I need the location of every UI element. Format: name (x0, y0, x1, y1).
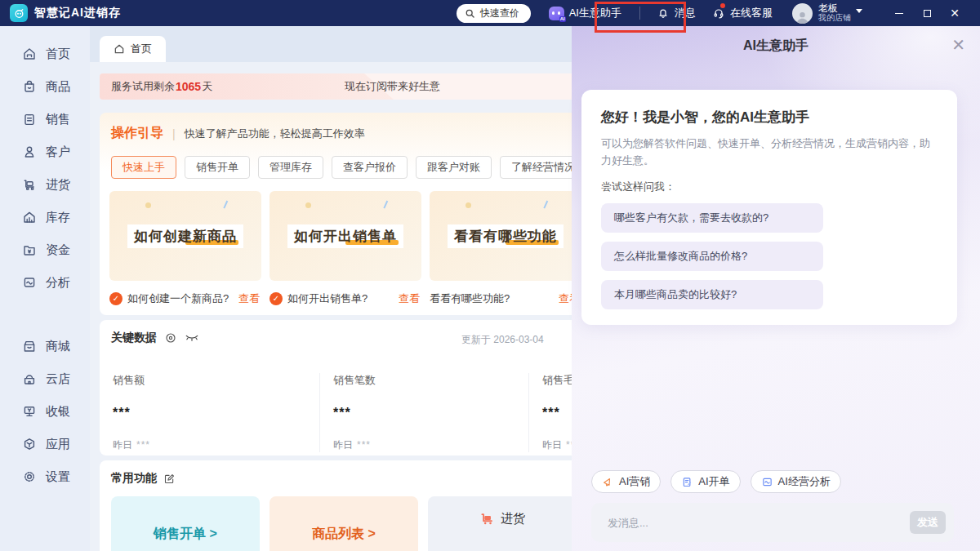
bell-icon (657, 7, 670, 20)
tab-home[interactable]: 首页 (100, 36, 166, 62)
ai-assistant-button[interactable]: AI AI生意助手 (549, 6, 621, 20)
send-button[interactable]: 发送 (910, 511, 946, 534)
task-view-link[interactable]: 查看 (399, 291, 421, 306)
ai-panel-title: AI生意助手 (743, 38, 808, 55)
stat-sales-count: 销售笔数 *** 昨日*** (320, 373, 529, 452)
subscribe-promo-link[interactable]: 现在订阅带来好生意 (345, 73, 440, 100)
ai-analysis-chip[interactable]: AI经营分析 (751, 470, 841, 493)
stat-yesterday: 昨日*** (333, 438, 528, 452)
minimize-icon (895, 13, 903, 14)
video-slogan: 如何创建新商品 (134, 229, 237, 244)
sidebar-item-cashier[interactable]: 收银 (0, 395, 90, 428)
close-icon: ✕ (950, 7, 960, 19)
check-icon: ✓ (109, 292, 122, 305)
target-icon[interactable] (164, 331, 177, 344)
ai-suggestion-batch-price[interactable]: 怎么样批量修改商品的价格? (601, 242, 823, 271)
ai-billing-chip[interactable]: AI开单 (670, 470, 740, 493)
sidebar-item-goods[interactable]: 商品 (0, 70, 90, 103)
notification-dot (720, 3, 725, 8)
sidebar-label: 设置 (46, 469, 70, 485)
quick-price-search[interactable]: 快速查价 (457, 4, 531, 23)
task-text: 如何创建一个新商品? (127, 291, 229, 306)
sales-icon (22, 112, 37, 127)
titlebar: 智慧记AI进销存 快速查价 AI AI生意助手 消息 (0, 0, 980, 26)
guide-tab-sales-order[interactable]: 销售开单 (185, 156, 250, 179)
stat-yesterday: 昨日*** (113, 438, 319, 452)
maximize-icon (924, 10, 931, 17)
sidebar-item-sales[interactable]: 销售 (0, 103, 90, 136)
ai-message-input[interactable] (608, 503, 877, 542)
sidebar-item-apps[interactable]: 应用 (0, 428, 90, 460)
sidebar-label: 收银 (46, 404, 70, 420)
support-label: 在线客服 (730, 6, 773, 20)
sidebar-item-purchase[interactable]: 进货 (0, 168, 90, 201)
guide-title: 操作引导 (111, 125, 163, 142)
task-text: 如何开出销售单? (287, 291, 368, 306)
maximize-button[interactable] (913, 0, 941, 26)
ai-marketing-chip[interactable]: AI营销 (591, 470, 661, 493)
task-text: 看看有哪些功能? (430, 291, 510, 306)
guide-tab-customer-reconcile[interactable]: 跟客户对账 (416, 156, 492, 179)
stat-label: 销售笔数 (333, 373, 528, 388)
sidebar-item-customers[interactable]: 客户 (0, 136, 90, 168)
guide-tab-customer-quote[interactable]: 查客户报价 (332, 156, 408, 179)
trial-days: 1065 (175, 80, 202, 93)
customer-icon (22, 144, 37, 159)
ai-panel-close-icon[interactable]: ✕ (951, 37, 965, 53)
ai-robot-icon: AI (549, 7, 564, 20)
sidebar-label: 资金 (46, 242, 70, 258)
ai-message-input-bar: 发送 (591, 503, 954, 542)
guide-tab-quick-start[interactable]: 快速上手 (111, 156, 176, 179)
close-window-button[interactable]: ✕ (941, 0, 969, 26)
messages-button[interactable]: 消息 (657, 6, 696, 20)
guide-video-features[interactable]: 看看有哪些功能 (430, 191, 581, 281)
quick-action-product-list[interactable]: 商品列表 > (270, 496, 418, 551)
sidebar: 首页 商品 销售 客户 进货 库存 资金 分析 (0, 26, 90, 551)
sidebar-label: 客户 (46, 144, 70, 160)
sidebar-label: 销售 (46, 112, 70, 127)
edit-icon[interactable] (163, 473, 176, 485)
sidebar-label: 商城 (46, 339, 70, 354)
chart-icon (761, 476, 773, 488)
guide-subtitle: 快速了解产品功能，轻松提高工作效率 (185, 127, 365, 141)
sidebar-label: 云店 (46, 371, 70, 387)
task-view-link[interactable]: 查看 (238, 291, 261, 306)
guide-task: ✓ 如何创建一个新商品? 查看 (109, 291, 261, 306)
sidebar-label: 进货 (46, 177, 70, 193)
guide-video-create-sales-order[interactable]: 如何开出销售单 (270, 191, 421, 281)
video-slogan: 看看有哪些功能 (454, 229, 557, 244)
guide-tab-manage-inventory[interactable]: 管理库存 (258, 156, 323, 179)
analysis-icon (22, 275, 37, 290)
user-menu[interactable]: 老板 我的店铺 (792, 3, 862, 24)
sidebar-item-settings[interactable]: 设置 (0, 460, 90, 493)
sidebar-label: 库存 (46, 210, 70, 225)
eye-closed-icon[interactable] (185, 332, 199, 344)
quick-action-purchase[interactable]: 进货 (428, 496, 577, 551)
titlebar-actions: 快速查价 AI AI生意助手 消息 (457, 0, 980, 26)
sidebar-item-analysis[interactable]: 分析 (0, 266, 90, 299)
key-data-title: 关键数据 (111, 331, 157, 345)
ai-suggestion-best-sellers[interactable]: 本月哪些商品卖的比较好? (601, 280, 823, 309)
sidebar-label: 分析 (46, 275, 70, 291)
sidebar-item-funds[interactable]: 资金 (0, 233, 90, 266)
sidebar-label: 首页 (46, 47, 70, 62)
quick-action-sales-order[interactable]: 销售开单 > (111, 496, 260, 551)
sidebar-item-home[interactable]: 首页 (0, 38, 90, 70)
titlebar-divider (639, 7, 640, 20)
sidebar-item-cloud-store[interactable]: 云店 (0, 362, 90, 395)
caret-down-icon (856, 9, 862, 13)
ai-panel-header: AI生意助手 ✕ (572, 26, 980, 65)
sidebar-label: 应用 (46, 437, 70, 452)
sidebar-item-mall[interactable]: 商城 (0, 330, 90, 362)
online-support-button[interactable]: 在线客服 (712, 6, 773, 20)
quick-functions-title: 常用功能 (111, 471, 157, 486)
guide-video-create-product[interactable]: 如何创建新商品 (109, 191, 261, 281)
funds-icon (22, 242, 37, 257)
ai-suggestion-debt-customers[interactable]: 哪些客户有欠款，需要去收款的? (601, 203, 823, 233)
sidebar-item-inventory[interactable]: 库存 (0, 201, 90, 233)
check-icon: ✓ (270, 292, 283, 305)
arrow: > (368, 527, 376, 541)
minimize-button[interactable] (885, 0, 913, 26)
cloud-store-icon (22, 371, 37, 386)
settings-icon (22, 469, 37, 484)
